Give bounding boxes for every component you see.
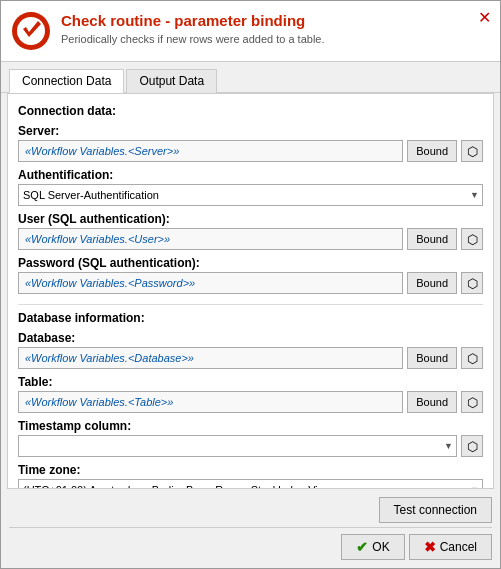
ok-label: OK xyxy=(372,540,389,554)
database-section-title: Database information: xyxy=(18,311,483,325)
password-bound-button[interactable]: Bound xyxy=(407,272,457,294)
database-cube-icon[interactable]: ⬡ xyxy=(461,347,483,369)
section-divider xyxy=(18,304,483,305)
auth-select[interactable]: SQL Server-Authentification xyxy=(18,184,483,206)
header-subtitle: Periodically checks if new rows were add… xyxy=(61,33,488,45)
auth-row: SQL Server-Authentification ▼ xyxy=(18,184,483,206)
timezone-row: (UTC+01:00) Amsterdam, Berlin, Bern, Rom… xyxy=(18,479,483,489)
user-cube-icon[interactable]: ⬡ xyxy=(461,228,483,250)
database-value: «Workflow Variables.<Database>» xyxy=(18,347,403,369)
test-connection-button[interactable]: Test connection xyxy=(379,497,492,523)
connection-section-title: Connection data: xyxy=(18,104,483,118)
user-label: User (SQL authentication): xyxy=(18,212,483,226)
table-value: «Workflow Variables.<Table>» xyxy=(18,391,403,413)
timestamp-cube-icon[interactable]: ⬡ xyxy=(461,435,483,457)
database-row: «Workflow Variables.<Database>» Bound ⬡ xyxy=(18,347,483,369)
server-value: «Workflow Variables.<Server>» xyxy=(18,140,403,162)
database-bound-button[interactable]: Bound xyxy=(407,347,457,369)
server-row: «Workflow Variables.<Server>» Bound ⬡ xyxy=(18,140,483,162)
header-title: Check routine - parameter binding xyxy=(61,11,488,31)
password-label: Password (SQL authentication): xyxy=(18,256,483,270)
ok-cancel-row: ✔ OK ✖ Cancel xyxy=(9,527,492,560)
ok-button[interactable]: ✔ OK xyxy=(341,534,404,560)
close-button[interactable]: ✕ xyxy=(474,7,494,27)
auth-label: Authentification: xyxy=(18,168,483,182)
server-label: Server: xyxy=(18,124,483,138)
close-icon: ✕ xyxy=(478,8,491,27)
timestamp-row: ▼ ⬡ xyxy=(18,435,483,457)
timestamp-input[interactable] xyxy=(18,435,457,457)
table-row: «Workflow Variables.<Table>» Bound ⬡ xyxy=(18,391,483,413)
ok-check-icon: ✔ xyxy=(356,539,368,555)
password-row: «Workflow Variables.<Password>» Bound ⬡ xyxy=(18,272,483,294)
table-bound-button[interactable]: Bound xyxy=(407,391,457,413)
tab-connection-data[interactable]: Connection Data xyxy=(9,69,124,93)
dialog-container: Check routine - parameter binding Period… xyxy=(0,0,501,569)
auth-dropdown-wrapper[interactable]: SQL Server-Authentification ▼ xyxy=(18,184,483,206)
cancel-x-icon: ✖ xyxy=(424,539,436,555)
tabs-bar: Connection Data Output Data xyxy=(1,62,500,93)
timezone-select[interactable]: (UTC+01:00) Amsterdam, Berlin, Bern, Rom… xyxy=(18,479,483,489)
cancel-button[interactable]: ✖ Cancel xyxy=(409,534,492,560)
user-row: «Workflow Variables.<User>» Bound ⬡ xyxy=(18,228,483,250)
tab-output-data[interactable]: Output Data xyxy=(126,69,217,93)
server-cube-icon[interactable]: ⬡ xyxy=(461,140,483,162)
user-value: «Workflow Variables.<User>» xyxy=(18,228,403,250)
timestamp-label: Timestamp column: xyxy=(18,419,483,433)
test-connection-row: Test connection xyxy=(9,497,492,523)
header-text: Check routine - parameter binding Period… xyxy=(61,11,488,45)
header-icon xyxy=(11,11,51,51)
timezone-dropdown-wrapper[interactable]: (UTC+01:00) Amsterdam, Berlin, Bern, Rom… xyxy=(18,479,483,489)
dialog-content: Connection data: Server: «Workflow Varia… xyxy=(7,93,494,489)
routine-icon xyxy=(11,11,51,51)
table-label: Table: xyxy=(18,375,483,389)
dialog-header: Check routine - parameter binding Period… xyxy=(1,1,500,62)
password-cube-icon[interactable]: ⬡ xyxy=(461,272,483,294)
table-cube-icon[interactable]: ⬡ xyxy=(461,391,483,413)
dialog-footer: Test connection ✔ OK ✖ Cancel xyxy=(1,493,500,568)
user-bound-button[interactable]: Bound xyxy=(407,228,457,250)
password-value: «Workflow Variables.<Password>» xyxy=(18,272,403,294)
timezone-label: Time zone: xyxy=(18,463,483,477)
database-label: Database: xyxy=(18,331,483,345)
timestamp-input-wrapper: ▼ xyxy=(18,435,457,457)
cancel-label: Cancel xyxy=(440,540,477,554)
server-bound-button[interactable]: Bound xyxy=(407,140,457,162)
